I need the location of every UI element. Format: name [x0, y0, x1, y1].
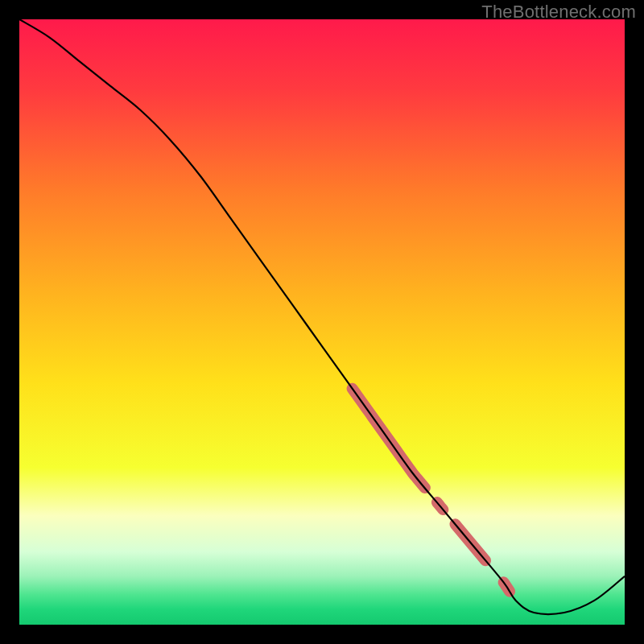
gradient-background	[19, 19, 625, 625]
chart-plot-area	[19, 19, 625, 625]
chart-svg	[19, 19, 625, 625]
watermark-text: TheBottleneck.com	[481, 2, 636, 23]
